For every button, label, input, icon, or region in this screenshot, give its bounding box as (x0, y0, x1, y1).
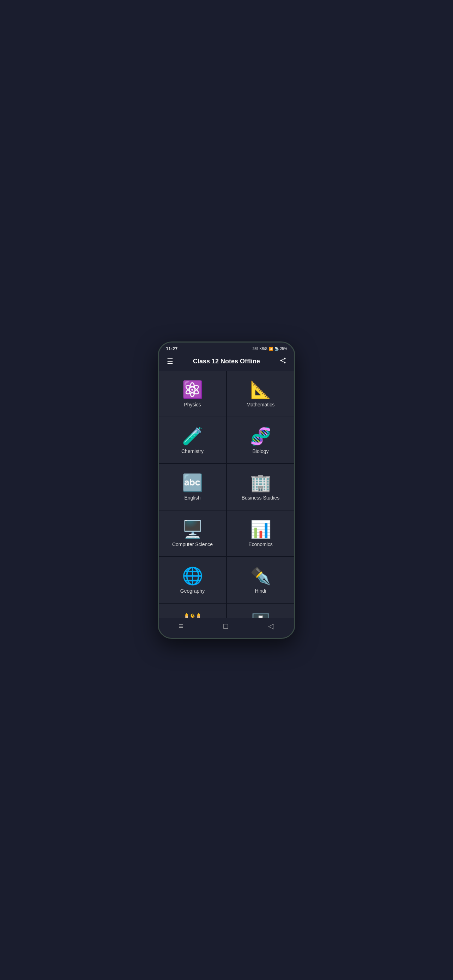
subject-item-english[interactable]: 🔤English (159, 464, 226, 510)
subject-icon-biology: 🧬 (250, 428, 271, 445)
battery-level: 25% (280, 347, 287, 351)
status-icons: 259 KB/S 📶 📡 25% (253, 347, 287, 351)
subject-label-biology: Biology (253, 449, 269, 454)
subject-icon-computer-science: 🖥️ (182, 521, 203, 538)
subject-icon-history: 🕌 (182, 614, 203, 618)
subject-item-chemistry[interactable]: 🧪Chemistry (159, 417, 226, 463)
subject-label-mathematics: Mathematics (246, 402, 275, 407)
subject-icon-hindi: ✒️ (250, 568, 271, 585)
subject-label-business-studies: Business Studies (242, 495, 280, 501)
signal-icon: 📡 (275, 347, 279, 351)
subject-label-chemistry: Chemistry (181, 449, 203, 454)
subject-item-biology[interactable]: 🧬Biology (227, 417, 294, 463)
subject-icon-economics: 📊 (250, 521, 271, 538)
subject-icon-geography: 🌐 (182, 568, 203, 585)
subject-label-economics: Economics (248, 541, 272, 547)
subject-item-mathematics[interactable]: 📐Mathematics (227, 371, 294, 417)
subjects-scroll: ⚛️Physics📐Mathematics🧪Chemistry🧬Biology🔤… (159, 371, 294, 618)
subject-icon-english: 🔤 (182, 474, 203, 492)
subject-icon-business-studies: 🏢 (250, 474, 271, 492)
subject-item-hindi[interactable]: ✒️Hindi (227, 557, 294, 603)
toolbar: ☰ Class 12 Notes Offline (159, 353, 294, 371)
status-time: 11:27 (166, 346, 178, 352)
subject-label-computer-science: Computer Science (172, 541, 213, 547)
speed-indicator: 259 KB/S (253, 347, 267, 351)
subject-icon-chemistry: 🧪 (182, 428, 203, 445)
app-title: Class 12 Notes Offline (176, 358, 277, 365)
nav-home-button[interactable]: ≡ (179, 622, 183, 631)
subject-label-english: English (184, 495, 201, 501)
subject-item-geography[interactable]: 🌐Geography (159, 557, 226, 603)
subject-item-computer-science[interactable]: 🖥️Computer Science (159, 511, 226, 556)
subject-icon-physics: ⚛️ (182, 381, 203, 398)
subject-item-history[interactable]: 🕌History (159, 604, 226, 618)
share-icon (280, 357, 286, 364)
menu-button[interactable]: ☰ (164, 357, 176, 366)
subject-icon-mathematics: 📐 (250, 381, 271, 398)
subject-label-hindi: Hindi (255, 588, 266, 594)
phone-frame: 11:27 259 KB/S 📶 📡 25% ☰ Class 12 Notes … (158, 342, 295, 639)
nav-back-button[interactable]: ◁ (268, 622, 274, 631)
subject-label-geography: Geography (180, 588, 205, 594)
share-button[interactable] (277, 357, 289, 366)
status-bar: 11:27 259 KB/S 📶 📡 25% (159, 342, 294, 353)
subject-item-information-technology[interactable]: 🗄️Information Technology (227, 604, 294, 618)
subject-icon-information-technology: 🗄️ (250, 614, 271, 618)
subject-item-economics[interactable]: 📊Economics (227, 511, 294, 556)
subject-item-physics[interactable]: ⚛️Physics (159, 371, 226, 417)
subject-label-physics: Physics (184, 402, 201, 407)
nav-recents-button[interactable]: □ (223, 622, 228, 631)
nav-bar: ≡ □ ◁ (159, 618, 294, 638)
subjects-grid: ⚛️Physics📐Mathematics🧪Chemistry🧬Biology🔤… (159, 371, 294, 618)
wifi-icon: 📶 (269, 347, 273, 351)
subject-item-business-studies[interactable]: 🏢Business Studies (227, 464, 294, 510)
